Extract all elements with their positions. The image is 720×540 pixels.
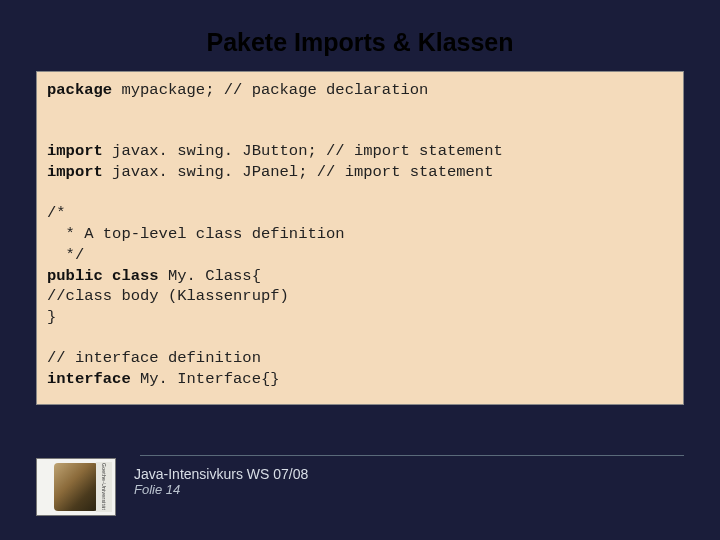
footer: Goethe-Universität Java-Intensivkurs WS …: [36, 458, 684, 516]
code-line: public class My. Class{: [47, 266, 673, 287]
slide-title: Pakete Imports & Klassen: [36, 28, 684, 57]
blank-line: [47, 101, 673, 121]
keyword-import: import: [47, 142, 103, 160]
code-text: My. Class{: [159, 267, 261, 285]
code-line: }: [47, 307, 673, 328]
code-line: */: [47, 245, 673, 266]
code-line: import javax. swing. JPanel; // import s…: [47, 162, 673, 183]
code-text: javax. swing. JButton; // import stateme…: [103, 142, 503, 160]
logo-stripe: Goethe-Universität: [96, 462, 112, 512]
code-block: package mypackage; // package declaratio…: [36, 71, 684, 405]
code-text: javax. swing. JPanel; // import statemen…: [103, 163, 494, 181]
keyword-public-class: public class: [47, 267, 159, 285]
code-line: interface My. Interface{}: [47, 369, 673, 390]
keyword-interface: interface: [47, 370, 131, 388]
slide: Pakete Imports & Klassen package mypacka…: [0, 0, 720, 540]
code-text: mypackage; // package declaration: [112, 81, 428, 99]
footer-divider: [140, 455, 684, 456]
blank-line: [47, 183, 673, 203]
code-line: import javax. swing. JButton; // import …: [47, 141, 673, 162]
code-text: My. Interface{}: [131, 370, 280, 388]
logo-portrait: [54, 463, 98, 511]
code-line: //class body (Klassenrupf): [47, 286, 673, 307]
course-label: Java-Intensivkurs WS 07/08: [134, 466, 308, 482]
code-line: /*: [47, 203, 673, 224]
keyword-import: import: [47, 163, 103, 181]
blank-line: [47, 121, 673, 141]
slide-number: Folie 14: [134, 482, 308, 497]
code-line: package mypackage; // package declaratio…: [47, 80, 673, 101]
blank-line: [47, 328, 673, 348]
keyword-package: package: [47, 81, 112, 99]
logo-stripe-text: Goethe-Universität: [101, 463, 107, 510]
code-line: * A top-level class definition: [47, 224, 673, 245]
code-line: // interface definition: [47, 348, 673, 369]
footer-text: Java-Intensivkurs WS 07/08 Folie 14: [134, 458, 308, 497]
university-logo: Goethe-Universität: [36, 458, 116, 516]
